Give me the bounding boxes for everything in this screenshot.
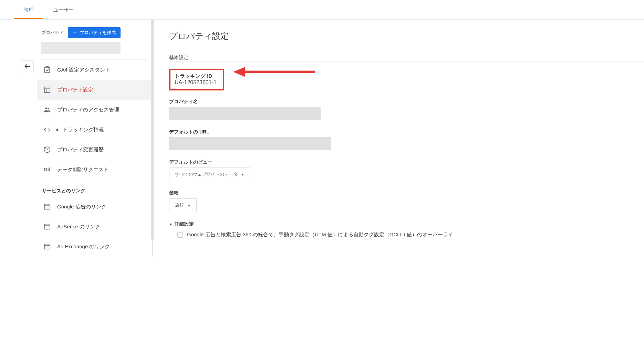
tracking-id-label: トラッキング ID bbox=[175, 73, 217, 79]
tracking-id-box: トラッキング ID UA-120523601-1 bbox=[169, 69, 224, 90]
tracking-id-value: UA-120523601-1 bbox=[175, 79, 217, 86]
nav-google-ads-link[interactable]: Google 広告のリンク bbox=[37, 197, 152, 217]
checkbox-label: Google 広告と検索広告 360 の統合で、手動タグ設定（UTM 値）による… bbox=[187, 231, 453, 238]
nav-label: プロパティのアクセス管理 bbox=[57, 107, 119, 113]
default-view-value: すべてのウェブサイトのデータ bbox=[175, 171, 238, 177]
nav-ga4-assistant[interactable]: GA4 設定アシスタント bbox=[37, 60, 152, 80]
nav-label: GA4 設定アシスタント bbox=[57, 67, 110, 73]
back-button[interactable] bbox=[21, 60, 34, 73]
nav-label: Google 広告のリンク bbox=[57, 204, 106, 210]
property-label: プロパティ bbox=[41, 30, 64, 36]
advanced-settings-label: 詳細設定 bbox=[175, 221, 194, 227]
expand-caret-icon: ▸ bbox=[56, 127, 59, 133]
plus-icon bbox=[73, 30, 77, 35]
layout-icon bbox=[43, 86, 51, 94]
svg-point-6 bbox=[48, 108, 49, 109]
svg-rect-7 bbox=[44, 204, 50, 209]
svg-point-5 bbox=[45, 108, 48, 110]
nav-label: プロパティ変更履歴 bbox=[57, 147, 104, 153]
tab-admin[interactable]: 管理 bbox=[14, 0, 43, 19]
default-url-label: デフォルトの URL bbox=[169, 129, 644, 135]
create-property-button[interactable]: プロパティを作成 bbox=[68, 27, 121, 38]
basic-settings-section-label: 基本設定 bbox=[169, 55, 644, 62]
default-url-input[interactable] bbox=[169, 137, 331, 150]
nav-property-settings[interactable]: プロパティ設定 bbox=[37, 80, 152, 100]
industry-dropdown[interactable]: 旅行 ▼ bbox=[169, 198, 197, 212]
tab-user[interactable]: ユーザー bbox=[43, 0, 83, 19]
checkbox-row-override[interactable]: Google 広告と検索広告 360 の統合で、手動タグ設定（UTM 値）による… bbox=[177, 231, 644, 238]
document-icon bbox=[43, 203, 51, 210]
nav-label: トラッキング情報 bbox=[63, 127, 104, 133]
caret-down-icon: ▼ bbox=[187, 204, 191, 207]
nav-change-history[interactable]: プロパティ変更履歴 bbox=[37, 140, 152, 160]
nav-tracking-info[interactable]: ▸ トラッキング情報 bbox=[37, 120, 152, 140]
svg-rect-15 bbox=[44, 244, 50, 249]
section-links-header: サービスとのリンク bbox=[37, 180, 152, 197]
default-view-label: デフォルトのビュー bbox=[169, 159, 644, 165]
code-icon bbox=[43, 126, 51, 133]
svg-rect-2 bbox=[44, 87, 50, 93]
nav-data-deletion[interactable]: Dd データ削除リクエスト bbox=[37, 160, 152, 180]
create-property-label: プロパティを作成 bbox=[80, 30, 116, 36]
nav-label: プロパティ設定 bbox=[57, 87, 93, 93]
property-name-label: プロパティ名 bbox=[169, 99, 644, 105]
industry-label: 業種 bbox=[169, 190, 644, 196]
scrollbar[interactable] bbox=[151, 20, 154, 240]
arrow-left-icon bbox=[23, 63, 31, 71]
nav-label: AdSense のリンク bbox=[57, 224, 100, 230]
caret-down-icon: ▼ bbox=[169, 223, 173, 226]
nav-label: データ削除リクエスト bbox=[57, 166, 109, 173]
annotation-arrow-icon bbox=[233, 66, 316, 78]
nav-access-management[interactable]: プロパティのアクセス管理 bbox=[37, 100, 152, 120]
industry-value: 旅行 bbox=[175, 202, 184, 208]
checkbox[interactable] bbox=[177, 232, 183, 238]
document-icon bbox=[43, 243, 51, 250]
people-icon bbox=[43, 106, 51, 113]
property-name-input[interactable] bbox=[169, 107, 321, 120]
main-content: プロパティ設定 基本設定 トラッキング ID UA-120523601-1 プロ… bbox=[153, 20, 644, 257]
top-tabs: 管理 ユーザー bbox=[0, 0, 644, 20]
svg-rect-11 bbox=[44, 224, 50, 229]
dd-icon: Dd bbox=[43, 166, 51, 173]
nav-adsense-link[interactable]: AdSense のリンク bbox=[37, 217, 152, 237]
property-selector[interactable] bbox=[41, 42, 121, 54]
nav-label: Ad Exchange のリンク bbox=[57, 244, 110, 250]
clipboard-check-icon bbox=[43, 66, 51, 74]
sidebar: プロパティ プロパティを作成 GA4 設定アシスタント bbox=[37, 20, 153, 257]
history-icon bbox=[43, 146, 51, 153]
page-title: プロパティ設定 bbox=[169, 31, 644, 42]
caret-down-icon: ▼ bbox=[241, 173, 245, 176]
document-icon bbox=[43, 223, 51, 230]
advanced-settings-toggle[interactable]: ▼ 詳細設定 bbox=[169, 221, 644, 227]
nav-ad-exchange-link[interactable]: Ad Exchange のリンク bbox=[37, 237, 152, 257]
svg-marker-20 bbox=[233, 67, 245, 77]
default-view-dropdown[interactable]: すべてのウェブサイトのデータ ▼ bbox=[169, 167, 250, 181]
